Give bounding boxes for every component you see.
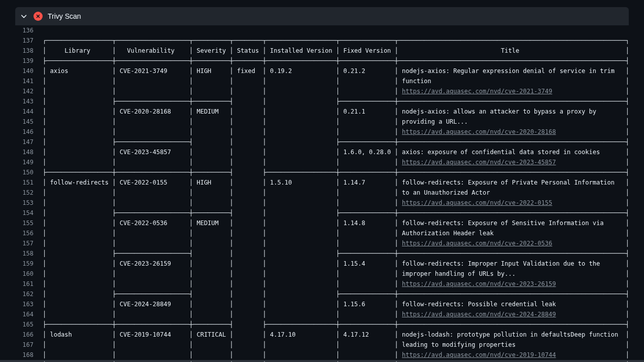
line-number: 161 xyxy=(0,279,43,289)
log-line: 163│ │ CVE-2024-28849 │ │ │ │ 1.15.6 │ f… xyxy=(0,299,644,309)
line-content: │ │ │ │ │ │ │ https://avd.aquasec.com/nv… xyxy=(43,127,644,137)
line-number: 140 xyxy=(0,66,43,76)
log-line: 140│ axios │ CVE-2021-3749 │ HIGH │ fixe… xyxy=(0,66,644,76)
cve-link[interactable]: https://avd.aquasec.com/nvd/cve-2022-015… xyxy=(402,199,552,206)
log-line: 139├──────────────────┼─────────────────… xyxy=(0,56,644,66)
cve-link[interactable]: https://avd.aquasec.com/nvd/cve-2023-261… xyxy=(402,280,556,287)
line-number: 159 xyxy=(0,259,43,269)
line-content: │ follow-redirects │ CVE-2022-0155 │ HIG… xyxy=(43,177,644,188)
log-line: 148│ │ CVE-2023-45857 │ │ │ │ 1.6.0, 0.2… xyxy=(0,147,644,157)
line-number: 146 xyxy=(0,127,43,137)
line-number: 138 xyxy=(0,46,43,56)
cve-link[interactable]: https://avd.aquasec.com/nvd/cve-2022-053… xyxy=(402,240,552,247)
line-content: │ │ │ │ │ │ │ https://avd.aquasec.com/nv… xyxy=(43,238,644,248)
line-number: 147 xyxy=(0,137,43,147)
line-content: ├──────────────────┼────────────────────… xyxy=(43,167,644,177)
line-number: 136 xyxy=(0,25,43,35)
line-number: 156 xyxy=(0,228,43,238)
line-content: │ ├────────────────────┼──────────┤ │ ├─… xyxy=(43,360,644,362)
log-line: 169│ ├────────────────────┼──────────┤ │… xyxy=(0,360,644,362)
line-content: │ │ CVE-2024-28849 │ │ │ │ 1.15.6 │ foll… xyxy=(43,299,644,309)
log-line: 160│ │ │ │ │ │ │ improper handling of UR… xyxy=(0,269,644,279)
line-content: │ │ │ │ │ │ │ improper handling of URLs … xyxy=(43,269,644,279)
log-line: 155│ │ CVE-2022-0536 │ MEDIUM │ │ │ 1.14… xyxy=(0,218,644,228)
log-line: 168│ │ │ │ │ │ │ https://avd.aquasec.com… xyxy=(0,350,644,360)
log-line: 150├──────────────────┼─────────────────… xyxy=(0,167,644,177)
cve-link[interactable]: https://avd.aquasec.com/nvd/cve-2024-288… xyxy=(402,311,556,318)
log-line: 144│ │ CVE-2020-28168 │ MEDIUM │ │ │ 0.2… xyxy=(0,106,644,117)
log-line: 151│ follow-redirects │ CVE-2022-0155 │ … xyxy=(0,177,644,188)
log-line: 159│ │ CVE-2023-26159 │ │ │ │ 1.15.4 │ f… xyxy=(0,259,644,269)
log-line: 153│ │ │ │ │ │ │ https://avd.aquasec.com… xyxy=(0,198,644,208)
log-line: 143│ ├────────────────────┼──────────┤ │… xyxy=(0,96,644,106)
line-content xyxy=(43,25,644,35)
log-output[interactable]: 136137┌──────────────────┬──────────────… xyxy=(0,25,644,362)
cve-link[interactable]: https://avd.aquasec.com/nvd/cve-2023-458… xyxy=(402,159,556,166)
log-line: 164│ │ │ │ │ │ │ https://avd.aquasec.com… xyxy=(0,309,644,319)
line-content: │ ├────────────────────┼──────────┤ │ ├─… xyxy=(43,208,644,218)
line-number: 160 xyxy=(0,269,43,279)
line-content: │ │ │ │ │ │ │ https://avd.aquasec.com/nv… xyxy=(43,157,644,167)
line-content: │ │ │ │ │ │ │ https://avd.aquasec.com/nv… xyxy=(43,279,644,289)
line-number: 166 xyxy=(0,330,43,340)
line-number: 163 xyxy=(0,299,43,309)
line-content: │ │ CVE-2023-45857 │ │ │ │ 1.6.0, 0.28.0… xyxy=(43,147,644,157)
line-number: 158 xyxy=(0,248,43,259)
log-line: 158│ ├────────────────────┤ │ │ ├───────… xyxy=(0,248,644,259)
line-number: 139 xyxy=(0,56,43,66)
line-content: │ ├────────────────────┤ │ │ ├──────────… xyxy=(43,289,644,299)
log-line: 147│ ├────────────────────┤ │ │ ├───────… xyxy=(0,137,644,147)
line-number: 167 xyxy=(0,340,43,350)
log-line: 141│ │ │ │ │ │ │ function │ xyxy=(0,76,644,86)
line-content: │ Library │ Vulnerability │ Severity │ S… xyxy=(43,46,644,56)
line-number: 148 xyxy=(0,147,43,157)
line-number: 143 xyxy=(0,96,43,106)
log-line: 138│ Library │ Vulnerability │ Severity … xyxy=(0,46,644,56)
cve-link[interactable]: https://avd.aquasec.com/nvd/cve-2019-107… xyxy=(402,351,556,358)
line-number: 162 xyxy=(0,289,43,299)
line-content: │ lodash │ CVE-2019-10744 │ CRITICAL │ │… xyxy=(43,330,644,340)
line-number: 141 xyxy=(0,76,43,86)
line-content: │ │ │ │ │ │ │ https://avd.aquasec.com/nv… xyxy=(43,309,644,319)
error-status-icon xyxy=(33,12,43,21)
log-line: 154│ ├────────────────────┼──────────┤ │… xyxy=(0,208,644,218)
step-header[interactable]: Trivy Scan xyxy=(15,7,629,25)
log-line: 165├──────────────────┼─────────────────… xyxy=(0,319,644,330)
line-number: 154 xyxy=(0,208,43,218)
line-content: │ ├────────────────────┤ │ │ ├──────────… xyxy=(43,248,644,259)
line-content: │ │ CVE-2023-26159 │ │ │ │ 1.15.4 │ foll… xyxy=(43,259,644,269)
line-number: 157 xyxy=(0,238,43,248)
line-content: ├──────────────────┼────────────────────… xyxy=(43,56,644,66)
line-number: 168 xyxy=(0,350,43,360)
line-content: │ ├────────────────────┼──────────┤ │ ├─… xyxy=(43,96,644,106)
log-line: 162│ ├────────────────────┤ │ │ ├───────… xyxy=(0,289,644,299)
line-content: │ │ │ │ │ │ │ Authorization Header leak … xyxy=(43,228,644,238)
log-line: 142│ │ │ │ │ │ │ https://avd.aquasec.com… xyxy=(0,86,644,96)
cve-link[interactable]: https://avd.aquasec.com/nvd/cve-2020-281… xyxy=(402,128,556,135)
line-number: 137 xyxy=(0,35,43,46)
chevron-down-icon[interactable] xyxy=(19,12,28,21)
log-line: 136 xyxy=(0,25,644,35)
line-number: 152 xyxy=(0,188,43,198)
line-content: │ ├────────────────────┤ │ │ ├──────────… xyxy=(43,137,644,147)
line-content: │ │ │ │ │ │ │ function │ xyxy=(43,76,644,86)
step-title: Trivy Scan xyxy=(48,12,81,20)
log-line: 146│ │ │ │ │ │ │ https://avd.aquasec.com… xyxy=(0,127,644,137)
line-content: │ │ │ │ │ │ │ leading to modifying prope… xyxy=(43,340,644,350)
line-number: 155 xyxy=(0,218,43,228)
line-content: │ │ │ │ │ │ │ to an Unauthorized Actor │ xyxy=(43,188,644,198)
line-content: │ axios │ CVE-2021-3749 │ HIGH │ fixed │… xyxy=(43,66,644,76)
log-line: 145│ │ │ │ │ │ │ providing a URL... │ xyxy=(0,117,644,127)
line-number: 151 xyxy=(0,177,43,188)
line-content: │ │ │ │ │ │ │ https://avd.aquasec.com/nv… xyxy=(43,86,644,96)
line-number: 142 xyxy=(0,86,43,96)
cve-link[interactable]: https://avd.aquasec.com/nvd/cve-2021-374… xyxy=(402,88,552,95)
line-number: 153 xyxy=(0,198,43,208)
line-number: 164 xyxy=(0,309,43,319)
log-line: 152│ │ │ │ │ │ │ to an Unauthorized Acto… xyxy=(0,188,644,198)
line-content: │ │ │ │ │ │ │ providing a URL... │ xyxy=(43,117,644,127)
line-number: 145 xyxy=(0,117,43,127)
line-number: 144 xyxy=(0,106,43,117)
log-line: 156│ │ │ │ │ │ │ Authorization Header le… xyxy=(0,228,644,238)
line-content: │ │ CVE-2020-28168 │ MEDIUM │ │ │ 0.21.1… xyxy=(43,106,644,117)
